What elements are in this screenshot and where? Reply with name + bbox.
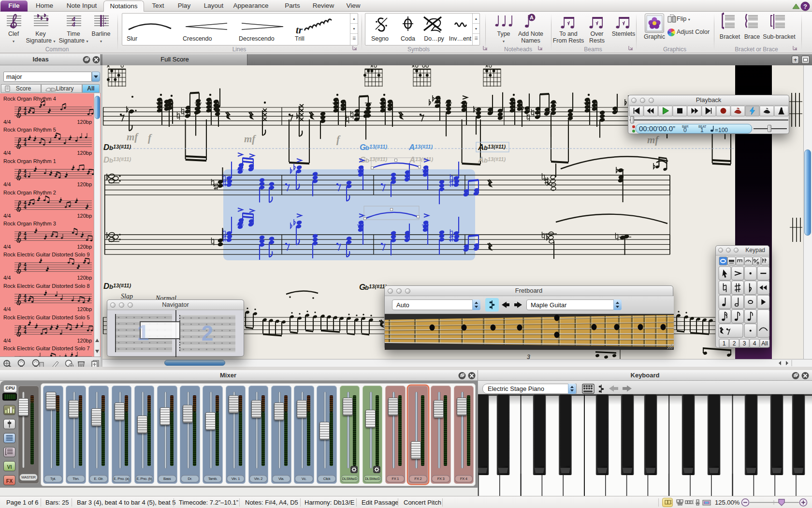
- svg-text:2: 2: [202, 321, 213, 345]
- svg-text:Slap: Slap: [121, 293, 133, 300]
- svg-text:4: 4: [24, 205, 27, 210]
- svg-text:f: f: [148, 132, 152, 144]
- svg-text:1: 1: [137, 321, 149, 344]
- svg-text:D: D: [103, 143, 109, 152]
- svg-text:b: b: [109, 283, 113, 290]
- svg-text:1: 1: [700, 127, 704, 134]
- svg-text:A: A: [478, 155, 484, 164]
- svg-text:4: 4: [24, 236, 27, 241]
- svg-text:All: All: [761, 340, 768, 347]
- svg-text:D: D: [103, 155, 109, 164]
- svg-text:D: D: [103, 282, 109, 291]
- svg-text:mf: mf: [647, 134, 659, 146]
- svg-text:b: b: [365, 157, 369, 164]
- svg-text:4: 4: [24, 267, 27, 272]
- svg-text:13(#11): 13(#11): [488, 156, 506, 162]
- svg-text:2: 2: [733, 340, 736, 347]
- svg-text:b: b: [484, 157, 488, 164]
- svg-text:f: f: [336, 134, 341, 145]
- svg-text:b: b: [365, 284, 369, 291]
- svg-text:A: A: [408, 143, 415, 152]
- svg-text:3: 3: [743, 340, 746, 347]
- svg-text:mf: mf: [127, 131, 139, 143]
- svg-text:1: 1: [723, 340, 726, 347]
- svg-text:b: b: [109, 157, 113, 164]
- svg-text:13(#11): 13(#11): [369, 144, 387, 149]
- svg-text:3: 3: [527, 354, 530, 359]
- svg-text:FX: FX: [6, 478, 13, 484]
- svg-text:4: 4: [753, 340, 756, 347]
- svg-text:A: A: [478, 143, 484, 152]
- svg-text:mf: mf: [244, 133, 256, 145]
- svg-text:13(#11): 13(#11): [113, 144, 131, 149]
- svg-text:4: 4: [24, 111, 27, 116]
- svg-text:b: b: [109, 144, 113, 151]
- svg-text:?: ?: [803, 3, 807, 10]
- svg-text:VI: VI: [7, 464, 12, 470]
- svg-text:4: 4: [24, 173, 27, 179]
- svg-text:4: 4: [24, 329, 27, 335]
- svg-text:b: b: [484, 144, 488, 151]
- svg-text:0: 0: [683, 127, 687, 134]
- svg-text:13(#11): 13(#11): [369, 156, 387, 162]
- svg-text:13(#11): 13(#11): [415, 144, 433, 149]
- svg-text:4: 4: [24, 298, 27, 303]
- svg-text:00:00’00.0”: 00:00’00.0”: [639, 124, 675, 133]
- svg-text:4: 4: [24, 142, 27, 147]
- svg-text:=100: =100: [715, 127, 728, 134]
- svg-text:13(#11): 13(#11): [488, 144, 506, 149]
- svg-text:13(#11): 13(#11): [113, 156, 131, 162]
- svg-text:13(#11): 13(#11): [113, 283, 131, 288]
- svg-text:b: b: [365, 144, 369, 151]
